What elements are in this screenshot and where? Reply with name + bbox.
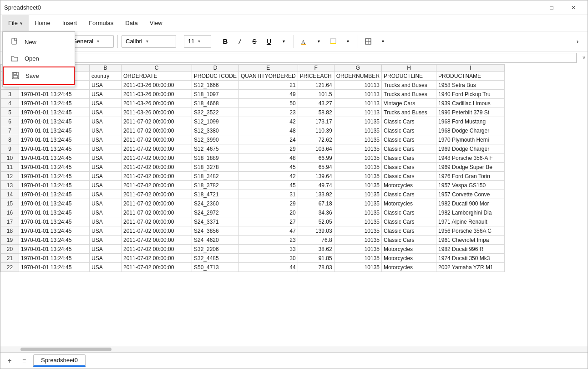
scroll-thumb[interactable] xyxy=(20,348,112,351)
cell[interactable]: Classic Cars xyxy=(382,154,436,163)
cell[interactable]: S18_4721 xyxy=(192,190,239,199)
cell[interactable]: 10135 xyxy=(334,226,381,236)
menu-formulas[interactable]: Formulas xyxy=(83,15,119,31)
cell[interactable]: Classic Cars xyxy=(382,117,436,126)
cell[interactable]: S24_3371 xyxy=(192,217,239,226)
cell[interactable]: 1939 Cadillac Limous xyxy=(436,99,505,108)
cell[interactable]: S24_2360 xyxy=(192,199,239,208)
cell[interactable]: PRODUCTLINE xyxy=(382,72,436,81)
cell[interactable]: 1961 Chevrolet Impa xyxy=(436,236,505,245)
cell[interactable]: PRODUCTNAME xyxy=(436,72,505,81)
cell[interactable]: USA xyxy=(90,81,122,90)
cell[interactable]: USA xyxy=(90,208,122,217)
cell[interactable]: 101.5 xyxy=(298,90,334,99)
border-button[interactable] xyxy=(362,35,375,48)
cell[interactable]: 2011-07-02 00:00:00 xyxy=(122,163,192,172)
cell[interactable]: 2011-07-02 00:00:00 xyxy=(122,181,192,190)
cell[interactable]: 2011-07-02 00:00:00 xyxy=(122,226,192,236)
cell[interactable]: USA xyxy=(90,190,122,199)
dropdown-save[interactable]: Save xyxy=(3,67,75,85)
cell[interactable]: 10113 xyxy=(334,99,381,108)
add-sheet-button[interactable]: + xyxy=(4,355,15,366)
font-color-button[interactable]: A xyxy=(298,35,310,48)
cell[interactable]: 2011-07-02 00:00:00 xyxy=(122,144,192,154)
col-header-e[interactable]: E xyxy=(239,65,298,72)
cell[interactable]: 1970-01-01 13:24:45 xyxy=(19,99,90,108)
col-header-b[interactable]: B xyxy=(90,65,122,72)
cell[interactable]: 52.05 xyxy=(298,217,334,226)
cell[interactable]: 1970-01-01 13:24:45 xyxy=(19,208,90,217)
cell[interactable]: 103.64 xyxy=(298,144,334,154)
cell[interactable]: Classic Cars xyxy=(382,144,436,154)
menu-home[interactable]: Home xyxy=(29,15,56,31)
cell[interactable]: USA xyxy=(90,172,122,181)
cell[interactable]: 2011-07-02 00:00:00 xyxy=(122,135,192,144)
cell[interactable]: 2011-03-26 00:00:00 xyxy=(122,81,192,90)
menu-file[interactable]: File ∨ xyxy=(2,15,29,31)
cell[interactable]: 1970-01-01 13:24:45 xyxy=(19,154,90,163)
col-header-h[interactable]: H xyxy=(382,65,436,72)
menu-view[interactable]: View xyxy=(144,15,168,31)
cell[interactable]: USA xyxy=(90,245,122,254)
cell[interactable]: 2011-07-02 00:00:00 xyxy=(122,172,192,181)
cell[interactable]: Classic Cars xyxy=(382,217,436,226)
cell[interactable]: 76.8 xyxy=(298,236,334,245)
cell[interactable]: 47 xyxy=(239,226,298,236)
cell[interactable]: 27 xyxy=(239,217,298,226)
cell[interactable]: 1976 Ford Gran Torin xyxy=(436,172,505,181)
cell[interactable]: 1968 Ford Mustang xyxy=(436,117,505,126)
cell[interactable]: 1982 Lamborghini Dia xyxy=(436,208,505,217)
cell[interactable]: USA xyxy=(90,217,122,226)
cell[interactable]: Motorcycles xyxy=(382,181,436,190)
font-dropdown[interactable]: Calibri ▾ xyxy=(122,35,176,48)
cell[interactable]: 2011-07-02 00:00:00 xyxy=(122,217,192,226)
cell[interactable]: 1970-01-01 13:24:45 xyxy=(19,190,90,199)
cell[interactable]: 38.62 xyxy=(298,245,334,254)
cell[interactable]: 43.27 xyxy=(298,99,334,108)
cell[interactable]: 65.94 xyxy=(298,163,334,172)
menu-data[interactable]: Data xyxy=(119,15,143,31)
cell[interactable]: 10135 xyxy=(334,217,381,226)
menu-insert[interactable]: Insert xyxy=(56,15,83,31)
cell[interactable]: 72.62 xyxy=(298,135,334,144)
cell[interactable]: 1970-01-01 13:24:45 xyxy=(19,135,90,144)
cell[interactable]: 67.18 xyxy=(298,199,334,208)
cell[interactable]: 10135 xyxy=(334,236,381,245)
cell[interactable]: 1970-01-01 13:24:45 xyxy=(19,199,90,208)
cell[interactable]: USA xyxy=(90,126,122,135)
cell[interactable]: 1969 Dodge Super Be xyxy=(436,163,505,172)
cell[interactable]: 1970-01-01 13:24:45 xyxy=(19,226,90,236)
cell[interactable]: 173.17 xyxy=(298,117,334,126)
cell[interactable]: Trucks and Buses xyxy=(382,90,436,99)
cell[interactable]: 2011-03-26 00:00:00 xyxy=(122,99,192,108)
cell[interactable]: 139.64 xyxy=(298,172,334,181)
sheet-tab-spreadsheet0[interactable]: Spreadsheet0 xyxy=(33,354,86,367)
italic-button[interactable]: / xyxy=(233,35,246,48)
cell[interactable]: 49.74 xyxy=(298,181,334,190)
cell[interactable]: 2011-03-26 00:00:00 xyxy=(122,108,192,117)
horizontal-scrollbar[interactable] xyxy=(0,346,588,352)
cell[interactable]: PRICEEACH xyxy=(298,72,334,81)
cell[interactable]: 2011-07-02 00:00:00 xyxy=(122,199,192,208)
cell[interactable]: 33 xyxy=(239,245,298,254)
col-header-g[interactable]: G xyxy=(334,65,381,72)
cell[interactable]: S18_1097 xyxy=(192,90,239,99)
cell[interactable]: Classic Cars xyxy=(382,190,436,199)
cell[interactable]: 1940 Ford Pickup Tru xyxy=(436,90,505,99)
cell[interactable]: USA xyxy=(90,154,122,163)
cell[interactable]: S12_4675 xyxy=(192,144,239,154)
cell[interactable]: 23 xyxy=(239,236,298,245)
cell[interactable]: USA xyxy=(90,263,122,272)
cell[interactable]: Classic Cars xyxy=(382,126,436,135)
cell[interactable]: 2011-07-02 00:00:00 xyxy=(122,190,192,199)
cell[interactable]: S24_3856 xyxy=(192,226,239,236)
cell[interactable]: 1970-01-01 13:24:45 xyxy=(19,126,90,135)
cell[interactable]: 44 xyxy=(239,263,298,272)
spreadsheet-wrapper[interactable]: A B C D E F G H I 1 TIME xyxy=(0,64,588,346)
cell[interactable]: Motorcycles xyxy=(382,199,436,208)
cell[interactable]: 10135 xyxy=(334,190,381,199)
cell[interactable]: USA xyxy=(90,99,122,108)
cell[interactable]: 1948 Porsche 356-A F xyxy=(436,154,505,163)
cell[interactable]: USA xyxy=(90,163,122,172)
cell[interactable]: USA xyxy=(90,226,122,236)
